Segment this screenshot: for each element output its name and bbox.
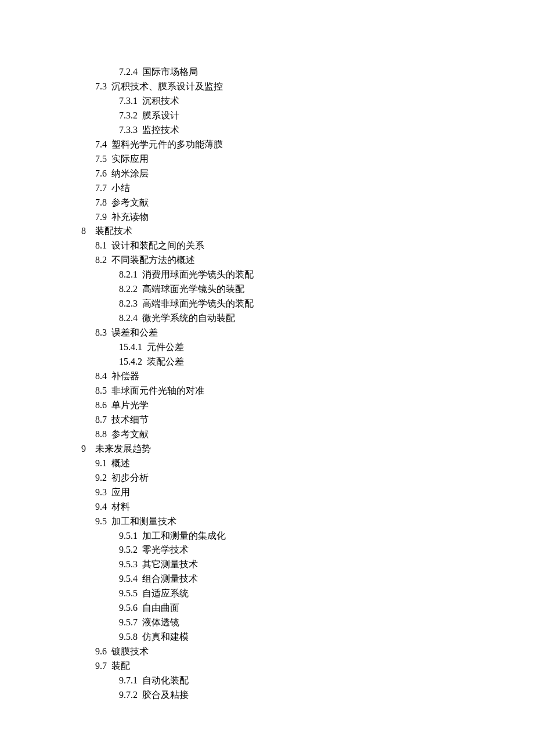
toc-entry-title: 不同装配方法的概述: [111, 255, 195, 265]
toc-entry: 7.9 补充读物: [81, 210, 534, 225]
toc-entry: 8.5 非球面元件光轴的对准: [81, 384, 534, 398]
toc-entry-title: 加工和测量技术: [111, 516, 176, 526]
toc-entry-number: 9.5.6: [119, 603, 138, 613]
toc-entry-number: 9.5.8: [119, 632, 138, 642]
toc-entry-title: 高端非球面光学镜头的装配: [142, 298, 254, 308]
toc-entry-title: 小结: [111, 183, 130, 193]
toc-entry-separator: [138, 67, 142, 77]
toc-entry-title: 装配: [111, 661, 130, 671]
toc-entry-separator: [107, 197, 111, 207]
toc-entry: 9.7 装配: [81, 659, 534, 674]
toc-entry: 9.7.1 自动化装配: [81, 674, 534, 688]
toc-entry: 9.5.6 自由曲面: [81, 601, 534, 615]
toc-entry-title: 装配技术: [95, 226, 132, 236]
toc-entry-separator: [138, 313, 142, 323]
toc-entry: 7.2.4 国际市场格局: [81, 65, 534, 80]
toc-entry-separator: [107, 255, 111, 265]
toc-entry: 7.7 小结: [81, 181, 534, 196]
toc-entry: 9.5.2 零光学技术: [81, 543, 534, 557]
toc-entry-number: 8.2.3: [119, 298, 138, 308]
toc-entry-title: 未来发展趋势: [95, 444, 151, 453]
toc-entry-number: 8.3: [95, 327, 107, 337]
toc-entry-separator: [107, 646, 111, 656]
toc-entry-separator: [138, 574, 142, 584]
toc-entry-number: 9.5.1: [119, 531, 138, 541]
toc-entry-number: 15.4.2: [119, 357, 142, 366]
toc-entry: 8.2.4 微光学系统的自动装配: [81, 311, 534, 326]
toc-entry: 9.4 材料: [81, 500, 534, 514]
toc-entry-separator: [86, 226, 95, 236]
toc-entry-title: 仿真和建模: [142, 632, 189, 642]
toc-entry-separator: [107, 661, 111, 671]
toc-entry-number: 9: [81, 444, 86, 453]
toc-entry-title: 技术细节: [111, 415, 149, 424]
toc-entry-separator: [107, 487, 111, 497]
toc-entry-number: 8.1: [95, 240, 107, 250]
toc-entry-number: 8.2.2: [119, 284, 138, 294]
toc-entry-title: 自动化装配: [142, 675, 189, 685]
toc-entry-separator: [138, 675, 142, 685]
toc-entry: 7.3 沉积技术、膜系设计及监控: [81, 80, 534, 94]
toc-entry: 8.2.3 高端非球面光学镜头的装配: [81, 297, 534, 311]
toc-page: 7.2.4 国际市场格局7.3 沉积技术、膜系设计及监控7.3.1 沉积技术7.…: [0, 0, 534, 703]
toc-entry: 8 装配技术: [81, 224, 534, 239]
toc-entry-title: 其它测量技术: [142, 559, 198, 569]
toc-entry-number: 9.7: [95, 661, 107, 671]
toc-entry-number: 9.1: [95, 458, 107, 468]
toc-entry-separator: [138, 545, 142, 555]
toc-entry-title: 液体透镜: [142, 617, 179, 627]
toc-entry-title: 沉积技术、膜系设计及监控: [111, 81, 223, 91]
toc-entry-number: 8.7: [95, 415, 107, 424]
toc-entry: 8.2.2 高端球面光学镜头的装配: [81, 282, 534, 297]
toc-entry-separator: [107, 240, 111, 250]
toc-entry-separator: [138, 559, 142, 569]
toc-entry-number: 8: [81, 226, 86, 236]
toc-entry-number: 9.5: [95, 516, 107, 526]
toc-entry-separator: [142, 342, 147, 352]
toc-entry-number: 15.4.1: [119, 342, 142, 352]
toc-entry: 8.1 设计和装配之间的关系: [81, 239, 534, 253]
toc-entry-title: 沉积技术: [142, 96, 179, 106]
toc-entry-separator: [138, 588, 142, 598]
toc-entry-separator: [138, 125, 142, 135]
toc-entry-title: 概述: [111, 458, 130, 468]
toc-entry-title: 自适应系统: [142, 588, 189, 598]
toc-entry-separator: [107, 386, 111, 395]
toc-entry-title: 微光学系统的自动装配: [142, 313, 235, 323]
toc-entry-title: 非球面元件光轴的对准: [111, 386, 204, 395]
toc-entry: 7.8 参考文献: [81, 196, 534, 210]
toc-entry-separator: [138, 617, 142, 627]
toc-entry: 8.6 单片光学: [81, 398, 534, 413]
toc-entry-number: 8.2.4: [119, 313, 138, 323]
toc-entry: 15.4.2 装配公差: [81, 355, 534, 369]
toc-entry-number: 9.5.2: [119, 545, 138, 555]
toc-entry-number: 8.8: [95, 429, 107, 439]
toc-entry-title: 实际应用: [111, 154, 149, 164]
toc-entry-title: 材料: [111, 502, 130, 512]
toc-entry-number: 7.6: [95, 168, 107, 178]
toc-entry-title: 参考文献: [111, 197, 149, 207]
toc-entry-number: 8.5: [95, 386, 107, 395]
toc-entry-number: 8.2.1: [119, 269, 138, 279]
toc-entry-number: 9.7.2: [119, 690, 138, 700]
toc-entry-title: 消费用球面光学镜头的装配: [142, 269, 254, 279]
toc-entry-title: 误差和公差: [111, 327, 158, 337]
toc-entry-separator: [138, 298, 142, 308]
toc-entry-title: 初步分析: [111, 473, 149, 483]
toc-entry-number: 7.3.3: [119, 125, 138, 135]
toc-entry-title: 加工和测量的集成化: [142, 531, 226, 541]
toc-entry-title: 装配公差: [147, 357, 184, 366]
toc-entry: 7.5 实际应用: [81, 152, 534, 167]
toc-entry-separator: [107, 473, 111, 483]
toc-entry-number: 7.3.2: [119, 110, 138, 120]
toc-entry: 15.4.1 元件公差: [81, 340, 534, 355]
toc-entry-separator: [107, 139, 111, 149]
toc-entry: 9.2 初步分析: [81, 471, 534, 485]
toc-entry-number: 9.7.1: [119, 675, 138, 685]
toc-entry: 7.6 纳米涂层: [81, 167, 534, 181]
toc-entry-separator: [107, 458, 111, 468]
toc-entry-title: 纳米涂层: [111, 168, 149, 178]
toc-entry: 9.5 加工和测量技术: [81, 514, 534, 529]
toc-entry-title: 自由曲面: [142, 603, 179, 613]
toc-entry-title: 高端球面光学镜头的装配: [142, 284, 244, 294]
